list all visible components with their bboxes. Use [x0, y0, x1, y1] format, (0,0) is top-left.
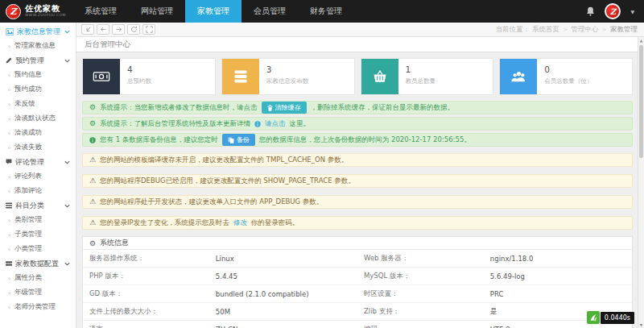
alert-text: 您的数据库信息，您上次备份数据的时间为 2020-12-17 20:56:55。	[259, 135, 471, 145]
alert-text: 这里。	[290, 119, 311, 129]
sidebar-group-subject-category[interactable]: 科目分类	[0, 198, 76, 213]
info-circle-icon	[89, 137, 96, 143]
forward-button[interactable]	[112, 24, 125, 35]
brand-title: 佐优家教	[25, 5, 66, 14]
bullet-icon	[8, 89, 10, 91]
user-avatar[interactable]: Z	[605, 3, 621, 19]
brand-logo[interactable]: Z 佐优家教 WWW.ZUOYOU.COM	[0, 0, 72, 23]
stat-value: 4	[127, 64, 151, 74]
collapse-button[interactable]	[81, 24, 94, 35]
breadcrumb-separator: ＞	[601, 25, 609, 35]
refresh-button[interactable]	[127, 24, 140, 35]
fullscreen-button[interactable]	[142, 24, 155, 35]
info-label: 服务器操作系统：	[83, 250, 209, 268]
nav-item-tutor[interactable]: 家教管理	[185, 0, 242, 23]
info-value: Linux	[209, 250, 357, 268]
sidebar-item-category-management[interactable]: 类别管理	[0, 213, 76, 227]
backup-button[interactable]: 备份	[222, 134, 255, 146]
system-info-table: 服务器操作系统： Linux Web 服务器： nginx/1.18.0 PHP…	[83, 250, 632, 328]
stat-card-teachers[interactable]: 1 教员总数量	[361, 58, 494, 95]
list-icon	[6, 202, 12, 209]
table-row: 文件上传的最大大小： 50M Zlib 支持： 是	[83, 303, 632, 321]
sidebar-item-label: 添加评论	[14, 186, 42, 196]
breadcrumb-label: 当前位置：	[496, 25, 530, 35]
sidebar-item-negotiate-success[interactable]: 洽谈成功	[0, 126, 76, 140]
navbar-right: Z ▼	[586, 0, 644, 23]
sidebar-item-label: 属性分类	[14, 273, 42, 283]
sidebar-item-label: 类别管理	[14, 215, 42, 225]
scrollbar-thumb[interactable]	[639, 45, 643, 158]
warning-icon: ⚠	[89, 219, 96, 226]
scroll-up-icon[interactable]: ▲	[638, 37, 644, 44]
bullet-icon	[8, 292, 10, 294]
notification-bell-icon[interactable]	[586, 6, 595, 16]
bullet-icon	[8, 147, 10, 149]
version-details-link[interactable]: 请点击	[265, 119, 286, 129]
change-password-link[interactable]: 修改	[233, 218, 247, 228]
sidebar-item-add-comment[interactable]: 添加评论	[0, 184, 76, 198]
stat-label: 家教信息发布数	[266, 77, 309, 85]
alert-text: ，删除掉系统缓存，保证前台显示最新的数据。	[311, 103, 455, 113]
sidebar-item-label: 管理家教信息	[14, 41, 56, 51]
sidebar-item-manage-tutor-info[interactable]: 管理家教信息	[0, 39, 76, 53]
breadcrumb-separator: ＞	[562, 25, 569, 35]
nav-item-member[interactable]: 会员管理	[242, 0, 298, 23]
gear-icon: ⚙	[89, 120, 96, 127]
clear-cache-button[interactable]: 清除缓存	[262, 102, 307, 114]
content-scrollbar[interactable]: ▲ ▼	[638, 37, 644, 328]
sidebar-group-booking[interactable]: 预约管理	[0, 53, 76, 68]
sidebar-item-label: 年级管理	[14, 288, 42, 297]
user-menu-caret-icon[interactable]: ▼	[630, 9, 634, 15]
info-label: MySQL 版本：	[357, 268, 484, 285]
top-navbar: Z 佐优家教 WWW.ZUOYOU.COM 系统管理 网站管理 家教管理 会员管…	[0, 0, 644, 23]
sidebar-item-negotiate-fail[interactable]: 洽谈失败	[0, 140, 76, 155]
tab-bar: 后台管理中心	[76, 37, 644, 52]
alert-text: 您的登录IP发生了变化，系统提示您及时去	[100, 218, 229, 228]
stat-card-bookings[interactable]: 4 总预约数	[82, 58, 216, 95]
info-value: ZH-CN	[209, 321, 357, 328]
bullet-icon	[8, 132, 10, 135]
nav-item-finance[interactable]: 财务管理	[298, 0, 354, 23]
alert-backup: 您有 1 条数据库备份信息，建议您定时 备份 您的数据库信息，您上次备份数据的时…	[82, 133, 633, 147]
stat-card-members[interactable]: 0 会员总数量（位）	[499, 58, 633, 95]
sidebar-item-booking-success[interactable]: 预约成功	[0, 82, 76, 97]
fullscreen-icon	[146, 26, 153, 33]
stat-label: 教员总数量	[406, 77, 436, 85]
bullet-icon	[8, 118, 10, 120]
alert-text: 您有 1 条数据库备份信息，建议您定时	[100, 135, 218, 145]
arrow-left-icon	[100, 26, 107, 33]
info-circle-icon	[254, 121, 261, 127]
users-icon	[500, 59, 537, 94]
alert-version-info: ⚙ 系统提示：了解后台管理系统特性及版本更新详情 请点击 这里。	[82, 117, 633, 131]
breadcrumb-item-home[interactable]: 系统首页	[532, 25, 559, 35]
database-icon	[6, 260, 12, 267]
sidebar-item-negotiate-default[interactable]: 洽谈默认状态	[0, 111, 76, 126]
sidebar-item-grade-management[interactable]: 年级管理	[0, 285, 76, 300]
sidebar-item-no-feedback[interactable]: 未反馈	[0, 97, 76, 111]
info-label: GD 版本：	[83, 285, 209, 303]
brand-subtitle: WWW.ZUOYOU.COM	[25, 14, 66, 18]
nav-item-website[interactable]: 网站管理	[129, 0, 185, 23]
sidebar-item-attribute-category[interactable]: 属性分类	[0, 271, 76, 285]
image-icon	[6, 28, 14, 35]
sidebar-group-tutor-info[interactable]: 家教信息管理	[0, 24, 76, 39]
sidebar-item-booking-info[interactable]: 预约信息	[0, 68, 76, 82]
sidebar-group-tutor-data-config[interactable]: 家教数据配置	[0, 256, 76, 271]
chevron-down-icon	[64, 262, 70, 266]
sidebar-item-label: 评论列表	[14, 172, 42, 181]
back-button[interactable]	[97, 24, 109, 35]
sidebar-item-teacher-category-management[interactable]: 老师分类管理	[0, 300, 76, 314]
nav-item-system[interactable]: 系统管理	[72, 0, 129, 23]
tab-dashboard[interactable]: 后台管理中心	[85, 39, 130, 50]
sidebar-item-subcategory-management[interactable]: 子类管理	[0, 227, 76, 242]
sidebar-item-label: 洽谈失败	[14, 143, 42, 152]
stat-card-tutor-posts[interactable]: 3 家教信息发布数	[221, 58, 355, 95]
sidebar-item-minor-category-management[interactable]: 小类管理	[0, 242, 76, 256]
breadcrumb-item-admin-center[interactable]: 管理中心	[572, 25, 599, 35]
sidebar-group-label: 家教数据配置	[15, 259, 59, 269]
bullet-icon	[8, 248, 10, 251]
scroll-down-icon[interactable]: ▼	[638, 322, 644, 328]
sidebar-item-comment-list[interactable]: 评论列表	[0, 169, 76, 184]
sidebar-group-comments[interactable]: 评论管理	[0, 155, 76, 169]
warning-icon: ⚠	[89, 156, 96, 164]
